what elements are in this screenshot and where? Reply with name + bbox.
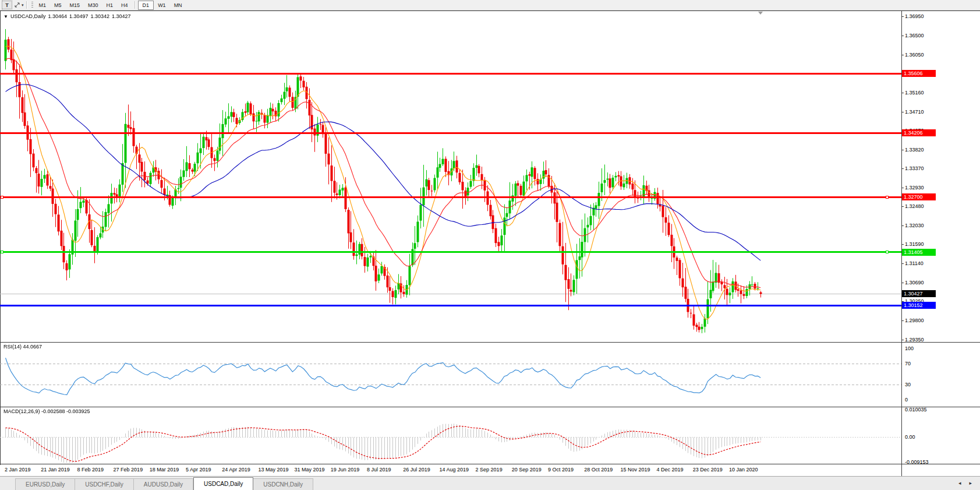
toolbar-separator	[26, 1, 27, 9]
price-axis-label: 1.30690	[905, 280, 924, 285]
hline-resistance-1.34206[interactable]	[0, 132, 901, 134]
chart-tab-usdcnh[interactable]: USDCNH,Daily	[253, 478, 313, 490]
price-axis-tick	[901, 93, 904, 93]
price-axis-tick	[901, 340, 904, 340]
price-axis-label: 1.33820	[905, 147, 924, 153]
price-tag-support-1.31405: 1.31405	[902, 249, 936, 256]
tab-scroll-left-icon[interactable]: ◂	[958, 480, 961, 486]
price-axis-tick	[901, 225, 904, 226]
price-axis-tick	[901, 188, 904, 188]
chart-symbol-label: USDCAD,Daily	[10, 13, 46, 19]
date-axis-label: 8 Feb 2019	[77, 467, 104, 473]
timeframe-button-m15[interactable]: M15	[66, 1, 84, 9]
price-tag-support-1.30152: 1.30152	[902, 302, 936, 309]
timeframe-button-m5[interactable]: M5	[50, 1, 66, 9]
date-axis-label: 20 Sep 2019	[512, 467, 542, 473]
ohlc-close-value: 1.30427	[112, 13, 131, 19]
toolbar-separator	[135, 1, 136, 9]
chart-title: ▼ USDCAD,Daily 1.30464 1.30497 1.30342 1…	[3, 13, 131, 19]
macd-axis-label: 0.010035	[905, 407, 927, 413]
macd-axis-label: 0.00	[905, 434, 915, 440]
timeframe-button-mn[interactable]: MN	[170, 1, 186, 9]
hline-endpoint-handle[interactable]	[1, 251, 3, 253]
timeframe-button-group: M1M5M15M30H1H4D1W1MN	[35, 1, 186, 10]
hline-support-1.30152[interactable]	[0, 305, 901, 306]
date-axis-label: 24 Apr 2019	[222, 467, 250, 473]
date-axis-label: 31 May 2019	[295, 467, 325, 473]
timeframe-button-w1[interactable]: W1	[154, 1, 170, 9]
ohlc-high-value: 1.30497	[69, 13, 89, 19]
chart-tab-eurusd[interactable]: EURUSD,Daily	[15, 478, 75, 490]
price-axis-tick	[901, 55, 904, 55]
chart-tab-usdcad[interactable]: USDCAD,Daily	[193, 477, 253, 490]
date-axis-label: 4 Dec 2019	[657, 467, 684, 473]
hline-support-1.31405[interactable]	[0, 251, 901, 253]
timeframe-button-m30[interactable]: M30	[84, 1, 102, 9]
price-axis-tick	[901, 283, 904, 283]
hline-endpoint-handle[interactable]	[886, 196, 889, 199]
text-tool-button[interactable]: T	[2, 1, 12, 9]
hline-resistance-1.32700[interactable]	[0, 196, 901, 198]
rsi-axis-label: 70	[905, 361, 911, 366]
price-axis-label: 1.31590	[905, 241, 924, 247]
price-axis-label: 1.35160	[905, 90, 924, 96]
date-axis-label: 9 Oct 2019	[548, 467, 574, 473]
rsi-indicator-canvas[interactable]	[0, 343, 901, 406]
date-axis-label: 28 Oct 2019	[584, 467, 613, 473]
cursor-crosshair-icon	[14, 2, 21, 8]
macd-label: MACD(12,26,9) -0.002588 -0.003925	[3, 408, 90, 414]
rsi-axis-label: 0	[905, 397, 908, 403]
macd-dateaxis-separator	[0, 464, 980, 464]
hline-endpoint-handle[interactable]	[886, 251, 889, 253]
macd-indicator-canvas[interactable]	[0, 407, 901, 464]
price-axis-tick	[901, 36, 904, 36]
price-axis-label: 1.31140	[905, 260, 924, 266]
toolbar-grip-handle[interactable]	[31, 2, 33, 9]
date-axis-label: 19 Jun 2019	[331, 467, 360, 473]
chevron-down-icon: ▾	[22, 3, 24, 8]
price-tag-resistance-1.32700: 1.32700	[902, 193, 936, 200]
hline-resistance-1.35606[interactable]	[0, 73, 901, 75]
price-axis-tick	[901, 320, 904, 321]
price-axis-tick	[901, 244, 904, 245]
chart-tab-audusd[interactable]: AUDUSD,Daily	[134, 478, 193, 490]
date-axis-label: 21 Jan 2019	[41, 467, 70, 473]
main-chart-canvas[interactable]	[0, 11, 901, 341]
price-axis-tick	[901, 168, 904, 169]
ohlc-open-value: 1.30464	[48, 13, 67, 19]
date-axis-label: 26 Jul 2019	[403, 467, 430, 473]
tab-scroll-controls: ◂ ▸	[958, 480, 972, 486]
timeframe-button-d1[interactable]: D1	[138, 1, 154, 10]
price-axis-label: 1.29800	[905, 318, 924, 323]
hline-endpoint-handle[interactable]	[1, 196, 3, 199]
chart-tab-usdchf[interactable]: USDCHF,Daily	[75, 478, 134, 490]
price-tag-resistance-1.34206: 1.34206	[902, 129, 936, 136]
timeframe-button-h4[interactable]: H4	[117, 1, 132, 9]
chart-shift-marker[interactable]	[758, 12, 763, 15]
price-axis-label: 1.32930	[905, 185, 924, 191]
price-axis-label: 1.36950	[905, 13, 924, 19]
rsi-axis-label: 100	[905, 346, 914, 351]
toolbar: T ▾ M1M5M15M30H1H4D1W1MN	[0, 0, 980, 10]
timeframe-button-h1[interactable]: H1	[102, 1, 118, 9]
collapse-triangle-icon[interactable]: ▼	[3, 14, 8, 19]
ohlc-low-value: 1.30342	[91, 13, 110, 19]
price-tag-resistance-1.35606: 1.35606	[902, 70, 936, 77]
date-axis-label: 2 Sep 2019	[476, 467, 503, 473]
timeframe-button-m1[interactable]: M1	[35, 1, 51, 9]
price-axis-label: 1.32030	[905, 223, 924, 228]
cursor-tool-button[interactable]: ▾	[14, 1, 24, 9]
price-axis-label: 1.36050	[905, 52, 924, 58]
macd-axis-label: -0.009153	[905, 459, 929, 465]
price-axis-label: 1.29350	[905, 337, 924, 343]
price-axis-label: 1.34710	[905, 109, 924, 115]
date-axis-label: 13 May 2019	[258, 467, 288, 473]
price-axis-label: 1.36500	[905, 33, 924, 38]
tab-scroll-right-icon[interactable]: ▸	[969, 480, 972, 486]
date-axis-label: 10 Jan 2020	[729, 467, 758, 473]
rsi-axis-label: 30	[905, 382, 911, 387]
current-price-tag: 1.30427	[902, 290, 936, 297]
main-rsi-separator[interactable]	[0, 342, 980, 343]
price-axis-label: 1.32480	[905, 203, 924, 209]
rsi-macd-separator[interactable]	[0, 407, 980, 407]
